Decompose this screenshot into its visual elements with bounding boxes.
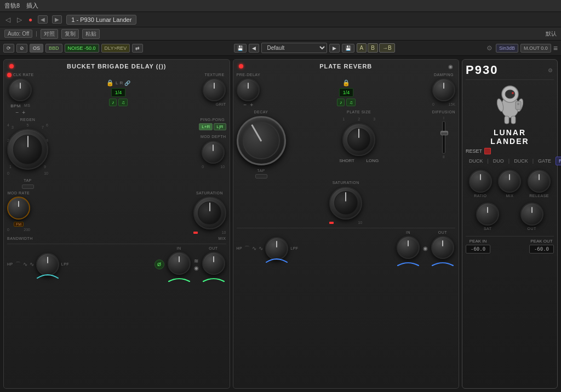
reset-button[interactable] <box>484 148 491 154</box>
gear-icon[interactable]: ⚙ <box>485 43 494 53</box>
tap-button-bbd[interactable] <box>22 185 34 189</box>
nav-left[interactable]: ◀ <box>38 15 48 24</box>
sin3db-button[interactable]: Sin3dB <box>496 44 518 53</box>
filter-shape-bp2[interactable]: ∿ <box>30 261 34 267</box>
mode-duo[interactable]: DUO <box>490 157 507 165</box>
power-button[interactable]: ⟳ <box>3 44 14 53</box>
modrate-sat-section: MOD RATE FM 0 200 SATURATION 10 <box>7 191 226 234</box>
bbd-note-btn[interactable]: ♪ <box>109 99 117 106</box>
menu-insert[interactable]: 插入 <box>26 2 38 10</box>
out-reverb-knob[interactable] <box>431 236 454 259</box>
p930-out-knob[interactable] <box>520 203 543 226</box>
ab-arrow-btn[interactable]: →B <box>379 43 395 53</box>
damping-knob[interactable] <box>432 78 455 101</box>
plugin-toolbar: ⟳ ⊘ OS BBD NOISE -50.0 DLY>REV ⇄ 💾 ◀ Def… <box>0 41 561 56</box>
noise-button[interactable]: NOISE -50.0 <box>65 44 99 53</box>
bbd-sync-btn[interactable]: ♫ <box>118 99 128 106</box>
mode-rev[interactable]: REV <box>556 157 561 165</box>
pp-lir-btn[interactable]: L|R <box>214 123 226 130</box>
auto-off-btn[interactable]: Auto: Off <box>4 30 32 38</box>
peak-out-label: PEAK OUT <box>530 239 552 244</box>
diffusion-thumb[interactable] <box>440 131 448 135</box>
reverb-power-led[interactable] <box>239 64 243 68</box>
reverb-note-btn[interactable]: ♪ <box>337 99 345 106</box>
diffusion-slider[interactable] <box>442 121 445 154</box>
texture-group: TEXTURE 0 GRIT <box>203 73 226 116</box>
clk-minus-btn[interactable]: − <box>16 110 19 116</box>
clk-rate-knob[interactable] <box>9 78 32 101</box>
mode-duck[interactable]: DUCK <box>466 157 486 165</box>
contrast-btn[interactable]: 对照 <box>41 29 58 39</box>
bbd-sync-time[interactable]: 1/4 <box>111 88 126 97</box>
mod-rate-knob[interactable] <box>7 197 30 220</box>
prev-preset[interactable]: ◀ <box>249 44 259 53</box>
pd-minus-btn[interactable]: − <box>243 102 247 108</box>
preset-select[interactable]: Default <box>261 43 327 53</box>
mode-duck2[interactable]: DUCK <box>511 157 531 165</box>
plate-size-knob[interactable] <box>342 123 375 156</box>
save-preset-btn[interactable]: 💾 <box>342 44 354 53</box>
back-btn[interactable]: ◁ <box>4 15 12 25</box>
texture-knob[interactable] <box>203 78 226 101</box>
next-preset[interactable]: ▶ <box>329 44 340 53</box>
phase-btn-bbd[interactable]: Ø <box>154 260 164 269</box>
ab-b-btn[interactable]: B <box>368 43 378 53</box>
save-button[interactable]: 💾 <box>234 44 247 53</box>
menu-icon[interactable]: ≡ <box>553 44 558 53</box>
short-label: SHORT <box>339 158 354 163</box>
p930-mix-knob[interactable] <box>498 170 521 193</box>
saturation-bbd-knob[interactable] <box>193 197 226 229</box>
decay-knob[interactable] <box>237 116 286 165</box>
filter-shape-bp1[interactable]: ∿ <box>23 261 27 267</box>
reverb-sync-time[interactable]: 1/4 <box>339 88 354 97</box>
clk-rate-group: CLK RATE bpm ms − + <box>7 73 34 116</box>
tap-button-reverb[interactable] <box>255 174 267 178</box>
wave-icon2: ◉ <box>194 265 199 271</box>
nav-right[interactable]: ▶ <box>52 15 62 24</box>
filter-shape-hp[interactable]: ⌒ <box>15 261 21 268</box>
pp-lr-btn[interactable]: L+R <box>199 123 213 130</box>
clk-plus-btn[interactable]: + <box>22 110 25 116</box>
pd-plus-btn[interactable]: + <box>250 102 253 108</box>
filter-shape-rev-hp[interactable]: ⌒ <box>244 245 250 252</box>
filter-shape-rev-bp2[interactable]: ∿ <box>259 245 263 251</box>
p930-sat-knob[interactable] <box>476 203 499 226</box>
bbd-middle-section: REGEN 4 5 6 3 7 2 8 1 9 0 <box>7 118 226 189</box>
reverb-panel: PLATE REVERB ◉ PRE-DELAY − + 🔒 1/4 <box>233 59 460 389</box>
copy-btn[interactable]: 复制 <box>61 29 79 39</box>
mout-button[interactable]: M.OUT 0.0 <box>520 44 551 53</box>
reverb-sync-btn[interactable]: ♫ <box>346 99 356 106</box>
mod-rate-group: MOD RATE FM 0 200 <box>7 191 30 232</box>
saturation-reverb-knob[interactable] <box>329 187 362 220</box>
ratio-release-row: RATIO MIX RELEASE <box>466 170 554 198</box>
bbd-power-led[interactable] <box>9 64 14 68</box>
arrows-button[interactable]: ⇄ <box>132 44 143 53</box>
menu-audio[interactable]: 音轨8 <box>4 2 20 10</box>
mod-depth-knob[interactable] <box>202 141 225 164</box>
release-knob[interactable] <box>528 170 551 193</box>
p930-gear-icon[interactable]: ⚙ <box>547 66 554 74</box>
filter-shape-rev-bp1[interactable]: ∿ <box>252 245 256 251</box>
clk-rate-led[interactable] <box>7 73 12 77</box>
forward-btn[interactable]: ▷ <box>16 15 23 25</box>
svg-point-2 <box>505 90 515 99</box>
track-header: ◁ ▷ ● ◀ ▶ 1 - P930 Lunar Lander <box>0 12 561 27</box>
hp-reverb-label: HP <box>237 246 243 251</box>
os-button[interactable]: OS <box>30 44 43 53</box>
ping-pong-label: PING-PONG <box>201 118 225 122</box>
mode-gate[interactable]: GATE <box>535 157 554 165</box>
in-bbd-knob[interactable] <box>168 252 191 275</box>
regen-knob[interactable] <box>7 129 48 170</box>
dly-rev-button[interactable]: DLY>REV <box>101 44 130 53</box>
pre-delay-knob[interactable] <box>237 78 260 101</box>
ab-a-btn[interactable]: A <box>357 43 367 53</box>
out-bbd-group: OUT <box>201 246 226 283</box>
bwd-knob-area <box>36 253 59 276</box>
bypass-button[interactable]: ⊘ <box>16 44 27 53</box>
in-reverb-knob[interactable] <box>397 236 420 259</box>
out-bbd-knob[interactable] <box>202 252 225 275</box>
mode-sep1: | <box>488 158 489 164</box>
ratio-knob[interactable] <box>469 170 492 193</box>
paste-btn[interactable]: 粘贴 <box>82 29 100 39</box>
bbd-button[interactable]: BBD <box>45 44 62 53</box>
